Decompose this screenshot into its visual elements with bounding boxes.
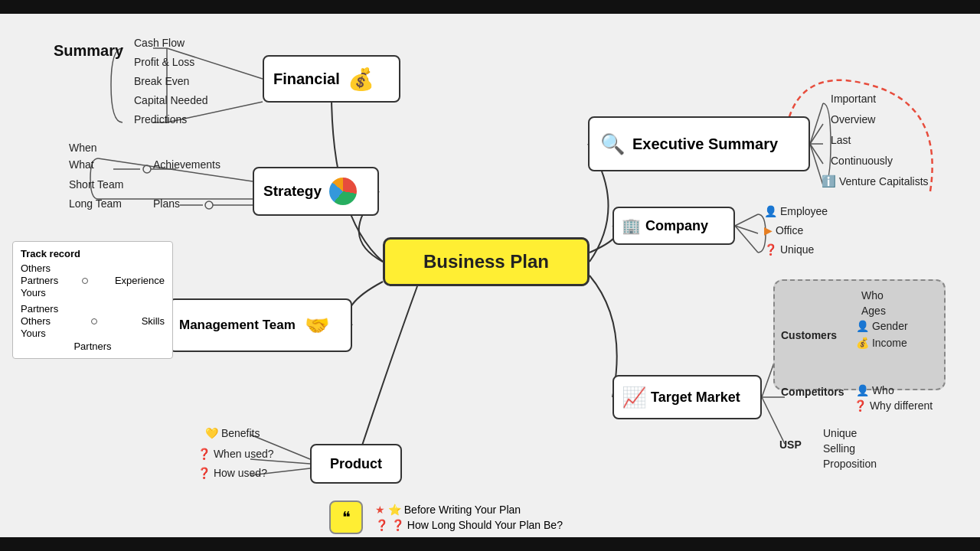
mgmt-icon: 🤝 — [305, 314, 329, 337]
center-label: Business Plan — [423, 251, 549, 272]
legend-item-2: ❓ ❓ How Long Should Your Plan Be? — [375, 519, 563, 531]
financial-item-predictions: Predictions — [134, 113, 187, 126]
company-office: ▶ Office — [764, 224, 803, 236]
target-label: Target Market — [651, 390, 740, 406]
usp-label: USP — [779, 439, 802, 451]
company-unique: ❓ Unique — [764, 243, 814, 256]
mgmt-experience: Experience — [115, 275, 165, 286]
center-node[interactable]: Business Plan — [383, 237, 590, 286]
legend-icon-box: ❝ — [329, 500, 363, 534]
strategy-when: When — [69, 142, 97, 154]
legend-text: ★ ⭐ Before Writing Your Plan ❓ ❓ How Lon… — [375, 504, 563, 534]
customers-ages: Ages — [861, 305, 886, 317]
svg-line-20 — [735, 226, 758, 253]
product-howused: ❓ How used? — [198, 467, 267, 479]
strategy-achievements: Achievements — [153, 158, 220, 171]
top-bar — [0, 0, 980, 14]
mgmt-partners-bottom: Partners — [74, 341, 111, 352]
strategy-icon — [329, 178, 357, 205]
mgmt-partners-skills: Partners — [21, 303, 58, 315]
exec-last: Last — [831, 134, 851, 146]
product-node[interactable]: Product — [310, 444, 402, 484]
exec-venture: ℹ️ Venture Capitalists — [822, 174, 929, 188]
mgmt-partners-exp: Partners — [21, 275, 58, 286]
target-market-node[interactable]: 📈 Target Market — [612, 375, 762, 419]
legend-item-1: ★ ⭐ Before Writing Your Plan — [375, 504, 563, 516]
mgmt-yours-exp: Yours — [21, 287, 46, 298]
customers-label: Customers — [781, 329, 837, 341]
company-icon: 🏢 — [622, 217, 641, 235]
summary-label: Summary — [54, 42, 123, 60]
usp-proposition: Proposition — [823, 458, 877, 470]
bottom-bar — [0, 537, 980, 551]
exec-overview: Overview — [831, 113, 875, 126]
customers-who: Who — [861, 289, 884, 302]
financial-icon: 💰 — [348, 67, 374, 92]
svg-line-23 — [762, 397, 785, 444]
product-benefits: 💛 Benefits — [205, 427, 260, 439]
strategy-node[interactable]: Strategy — [253, 167, 379, 216]
strategy-shortteam: Short Team — [69, 178, 123, 191]
exec-label: Executive Summary — [632, 135, 778, 153]
product-whenused: ❓ When used? — [198, 448, 274, 460]
mgmt-label: Management Team — [179, 318, 296, 333]
competitors-why: ❓ Why different — [854, 399, 933, 412]
exec-continuously: Continuously — [831, 155, 893, 167]
svg-point-8 — [143, 165, 151, 173]
strategy-what: What — [69, 158, 94, 171]
exec-important: Important — [831, 93, 876, 105]
competitors-label: Competitors — [781, 386, 844, 398]
financial-node[interactable]: Financial 💰 — [263, 55, 400, 103]
mgmt-others-exp: Others — [21, 262, 51, 274]
management-team-node[interactable]: Management Team 🤝 — [168, 298, 352, 352]
strategy-plans: Plans — [153, 197, 180, 210]
svg-line-19 — [735, 226, 758, 233]
mgmt-others-skills: Others — [21, 315, 51, 327]
customers-gender: 👤 Gender — [856, 320, 908, 332]
customers-income: 💰 Income — [856, 337, 907, 349]
financial-item-pandl: Profit & Loss — [134, 56, 194, 68]
usp-unique: Unique — [823, 427, 857, 439]
mgmt-yours-skills: Yours — [21, 328, 46, 339]
svg-point-11 — [205, 201, 213, 209]
financial-item-capital: Capital Needed — [134, 94, 208, 106]
company-label: Company — [645, 218, 708, 234]
company-node[interactable]: 🏢 Company — [612, 207, 735, 245]
svg-line-18 — [735, 214, 758, 226]
management-items-box: Track record Others Partners Experience … — [12, 241, 173, 359]
mgmt-skills: Skills — [142, 315, 165, 327]
track-record-label: Track record — [21, 248, 165, 259]
usp-selling: Selling — [823, 442, 855, 455]
executive-summary-node[interactable]: 🔍 Executive Summary — [588, 116, 810, 171]
exec-icon: 🔍 — [600, 132, 625, 156]
competitors-who: 👤 Who — [856, 384, 894, 396]
strategy-longteam: Long Team — [69, 197, 122, 210]
financial-item-cashflow: Cash Flow — [134, 37, 185, 49]
target-icon: 📈 — [622, 386, 646, 409]
financial-label: Financial — [273, 70, 340, 88]
product-label: Product — [330, 456, 382, 472]
company-employee: 👤 Employee — [764, 205, 828, 217]
financial-item-breakeven: Break Even — [134, 75, 189, 87]
strategy-label: Strategy — [263, 183, 322, 200]
legend-icon: ❝ — [342, 508, 351, 527]
